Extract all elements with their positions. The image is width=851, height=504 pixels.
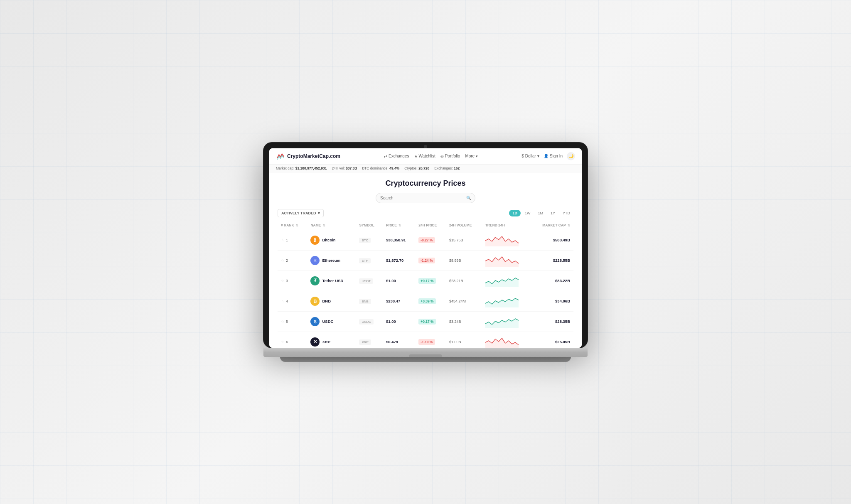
- rank-cell: ☆ 1: [278, 230, 307, 250]
- user-icon: 👤: [544, 154, 548, 158]
- change-cell: +0.17 %: [415, 311, 446, 332]
- volume-cell: $23.21B: [446, 270, 482, 291]
- trend-cell: [482, 230, 531, 250]
- table-row[interactable]: ☆ 5 $ USDC USDC $1.00 +0.17 % $3.24B $28…: [278, 311, 573, 332]
- change-badge: -1.24 %: [418, 258, 435, 263]
- nav-portfolio[interactable]: ◎ Portfolio: [440, 154, 460, 158]
- sparkline-chart: [485, 233, 519, 246]
- price-cell: $1.00: [383, 270, 415, 291]
- vol-label: 24H vol: $37.3B: [332, 166, 357, 170]
- sparkline-chart: [485, 253, 519, 267]
- page-title: Cryptocurrency Prices: [278, 179, 573, 188]
- dark-mode-toggle[interactable]: 🌙: [567, 152, 575, 160]
- market-cap-cell: $34.06B: [531, 291, 573, 311]
- name-cell: ✕ XRP: [307, 332, 356, 348]
- trend-cell: [482, 291, 531, 311]
- crypto-table: # RANK ⇅ NAME ⇅ SYMBOL PRICE ⇅ 24H PRICE…: [278, 221, 573, 348]
- volume-cell: $454.24M: [446, 291, 482, 311]
- nav-more[interactable]: More ▾: [465, 154, 478, 158]
- market-cap-cell: $28.35B: [531, 311, 573, 332]
- time-filter-1m[interactable]: 1M: [534, 210, 546, 216]
- table-row[interactable]: ☆ 2 Ξ Ethereum ETH $1,872.70 -1.24 % $8.…: [278, 250, 573, 270]
- symbol-cell: ETH: [356, 250, 383, 270]
- table-header-row: # RANK ⇅ NAME ⇅ SYMBOL PRICE ⇅ 24H PRICE…: [278, 221, 573, 230]
- search-input[interactable]: [376, 193, 475, 203]
- nav-watchlist[interactable]: ★ Watchlist: [414, 154, 435, 158]
- trend-cell: [482, 270, 531, 291]
- btc-dominance: BTC dominance: 49.4%: [362, 166, 399, 170]
- name-cell: Ξ Ethereum: [307, 250, 356, 270]
- sparkline-chart: [485, 315, 519, 328]
- symbol-cell: BNB: [356, 291, 383, 311]
- star-icon[interactable]: ☆: [281, 258, 284, 263]
- star-icon[interactable]: ☆: [281, 279, 284, 283]
- name-cell: $ USDC: [307, 311, 356, 332]
- exchanges-count: Exchanges: 162: [434, 166, 460, 170]
- volume-cell: $3.24B: [446, 311, 482, 332]
- symbol-badge: USDC: [359, 319, 374, 325]
- cryptos-count: Cryptos: 26,720: [404, 166, 429, 170]
- rank-cell: ☆ 2: [278, 250, 307, 270]
- table-row[interactable]: ☆ 3 ₮ Tether USD USDT $1.00 +0.17 % $23.…: [278, 270, 573, 291]
- laptop-screen: CryptoMarketCap.com ⇄ Exchanges ★ Watchl…: [263, 143, 588, 348]
- change-badge: +0.17 %: [418, 278, 435, 284]
- time-filters: 1D 1W 1M 1Y YTD: [509, 210, 573, 216]
- nav-right: $ Dollar ▾ 👤 Sign In 🌙: [521, 152, 575, 160]
- name-cell: ₮ Tether USD: [307, 270, 356, 291]
- symbol-badge: BTC: [359, 238, 371, 243]
- symbol-cell: BTC: [356, 230, 383, 250]
- signin-button[interactable]: 👤 Sign In: [544, 154, 563, 158]
- symbol-badge: BNB: [359, 299, 371, 304]
- rank-number: 2: [286, 258, 288, 263]
- price-cell: $0.479: [383, 332, 415, 348]
- star-icon: ★: [414, 154, 418, 158]
- dollar-icon: $: [521, 154, 524, 158]
- coin-icon: ✕: [310, 337, 320, 347]
- th-symbol: SYMBOL: [356, 221, 383, 230]
- rank-number: 4: [286, 299, 288, 303]
- time-filter-1d[interactable]: 1D: [509, 210, 521, 216]
- table-row[interactable]: ☆ 1 ₿ Bitcoin BTC $30,358.91 -0.27 % $15…: [278, 230, 573, 250]
- star-icon[interactable]: ☆: [281, 320, 284, 324]
- market-cap-cell: $25.05B: [531, 332, 573, 348]
- table-row[interactable]: ☆ 4 B BNB BNB $238.47 +0.39 % $454.24M $…: [278, 291, 573, 311]
- rank-number: 6: [286, 340, 288, 344]
- market-cap-cell: $228.55B: [531, 250, 573, 270]
- star-icon[interactable]: ☆: [281, 238, 284, 242]
- active-traded-button[interactable]: ACTIVELY TRADED ▾: [278, 209, 324, 217]
- change-badge: -0.27 %: [418, 237, 435, 243]
- stats-bar: Market cap: $1,180,977,452,931 24H vol: …: [269, 165, 582, 172]
- sparkline-chart: [485, 335, 519, 348]
- rank-cell: ☆ 4: [278, 291, 307, 311]
- star-icon[interactable]: ☆: [281, 299, 284, 303]
- laptop-notch: [409, 354, 442, 357]
- rank-cell: ☆ 3: [278, 270, 307, 291]
- name-cell: ₿ Bitcoin: [307, 230, 356, 250]
- time-filter-ytd[interactable]: YTD: [559, 210, 573, 216]
- time-filter-1y[interactable]: 1Y: [547, 210, 558, 216]
- currency-selector[interactable]: $ Dollar ▾: [521, 154, 539, 158]
- name-cell: B BNB: [307, 291, 356, 311]
- symbol-badge: ETH: [359, 258, 371, 263]
- nav-exchanges[interactable]: ⇄ Exchanges: [384, 154, 409, 158]
- logo[interactable]: CryptoMarketCap.com: [276, 152, 340, 161]
- coin-name: BNB: [322, 299, 331, 303]
- time-filter-1w[interactable]: 1W: [521, 210, 534, 216]
- dropdown-arrow-icon: ▾: [318, 211, 320, 215]
- coin-icon: Ξ: [310, 256, 320, 265]
- trend-cell: [482, 311, 531, 332]
- th-rank: # RANK ⇅: [278, 221, 307, 230]
- coin-icon: B: [310, 297, 320, 306]
- star-icon[interactable]: ☆: [281, 340, 284, 344]
- change-cell: +0.17 %: [415, 270, 446, 291]
- coin-icon: $: [310, 317, 320, 326]
- volume-cell: $8.99B: [446, 250, 482, 270]
- symbol-badge: XRP: [359, 339, 371, 345]
- market-cap-cell: $83.22B: [531, 270, 573, 291]
- top-nav: CryptoMarketCap.com ⇄ Exchanges ★ Watchl…: [269, 148, 582, 165]
- coin-icon: ₮: [310, 276, 320, 285]
- volume-cell: $1.00B: [446, 332, 482, 348]
- table-row[interactable]: ☆ 6 ✕ XRP XRP $0.479 -1.19 % $1.00B $25.…: [278, 332, 573, 348]
- symbol-cell: USDC: [356, 311, 383, 332]
- change-badge: +0.17 %: [418, 319, 435, 325]
